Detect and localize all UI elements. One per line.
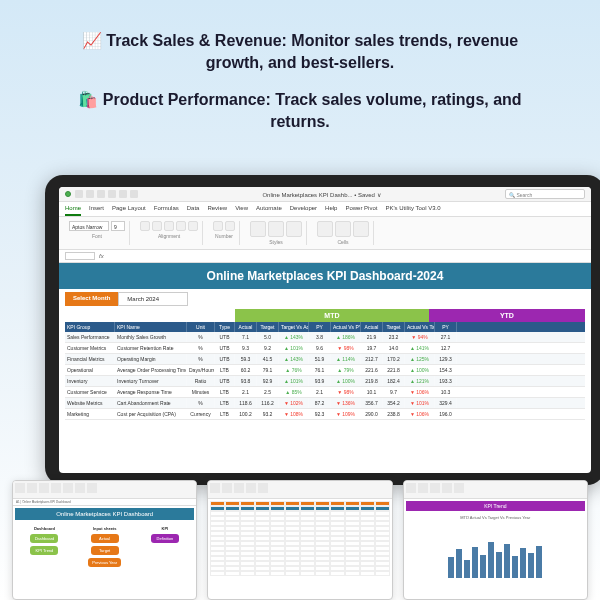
select-month-label: Select Month [65, 292, 118, 306]
th: Actual Vs Target [405, 322, 435, 332]
file-name[interactable]: Online Marketplaces KPI Dashb... • Saved… [142, 191, 501, 198]
table-header-row: KPI Group KPI Name Unit Type Actual Targ… [65, 322, 585, 332]
thumb-ribbon [13, 481, 196, 499]
table-row[interactable]: Customer MetricsCustomer Retention Rate%… [65, 343, 585, 354]
redo-icon[interactable] [97, 190, 105, 198]
merge-btn[interactable] [188, 221, 198, 231]
formula-bar: fx [59, 250, 591, 263]
save-icon[interactable] [75, 190, 83, 198]
qat-icon[interactable] [130, 190, 138, 198]
ribbon-group-number: Number [209, 221, 240, 245]
th: KPI Group [65, 322, 115, 332]
hero-line-2: 🛍️ Product Performance: Track sales volu… [60, 89, 540, 134]
table-row[interactable]: InventoryInventory TurnoverRatioUTB93.89… [65, 376, 585, 387]
excel-screen: Online Marketplaces KPI Dashb... • Saved… [59, 187, 591, 473]
tab-home[interactable]: Home [65, 202, 81, 216]
tab-formulas[interactable]: Formulas [154, 202, 179, 216]
wrap-btn[interactable] [176, 221, 186, 231]
table-row[interactable]: Financial MetricsOperating Margin%UTB59.… [65, 354, 585, 365]
tab-data[interactable]: Data [187, 202, 200, 216]
tab-pk-utility[interactable]: PK's Utility Tool V3.0 [385, 202, 440, 216]
th: Target [383, 322, 405, 332]
tab-insert[interactable]: Insert [89, 202, 104, 216]
thumb1-box[interactable]: Target [91, 546, 119, 555]
thumbnail-2 [207, 480, 392, 600]
autosave-indicator[interactable] [65, 191, 71, 197]
thumbnail-row: A1 | Online Marketplaces KPI Dashboard O… [0, 480, 600, 600]
th: Actual Vs PY [331, 322, 361, 332]
table-row[interactable]: OperationalAverage Order Processing Time… [65, 365, 585, 376]
th: PY [309, 322, 331, 332]
group-label: Cells [337, 239, 348, 245]
format-btn[interactable] [353, 221, 369, 237]
title-bar: Online Marketplaces KPI Dashb... • Saved… [59, 187, 591, 202]
ribbon: Aptos Narrow 9 Font Alignment Number Sty… [59, 217, 591, 250]
thumb1-box[interactable]: Previous Year [88, 558, 121, 567]
group-label: Alignment [158, 233, 180, 239]
name-box[interactable] [65, 252, 95, 260]
insert-btn[interactable] [317, 221, 333, 237]
align-btn[interactable] [164, 221, 174, 231]
tablet-frame: Online Marketplaces KPI Dashb... • Saved… [45, 175, 600, 485]
delete-btn[interactable] [335, 221, 351, 237]
format-table-btn[interactable] [268, 221, 284, 237]
th: KPI Name [115, 322, 187, 332]
cell-styles-btn[interactable] [286, 221, 302, 237]
section-headers: MTD YTD [65, 309, 585, 322]
tab-review[interactable]: Review [207, 202, 227, 216]
tab-developer[interactable]: Developer [290, 202, 317, 216]
ribbon-tabs: Home Insert Page Layout Formulas Data Re… [59, 202, 591, 217]
thumb-ribbon [404, 481, 587, 499]
hero-line-1: 📈 Track Sales & Revenue: Monitor sales t… [60, 30, 540, 75]
font-size-select[interactable]: 9 [111, 221, 125, 231]
ribbon-group-font: Aptos Narrow 9 Font [65, 221, 130, 245]
kpi-table: KPI Group KPI Name Unit Type Actual Targ… [65, 322, 585, 420]
tab-page-layout[interactable]: Page Layout [112, 202, 146, 216]
group-label: Font [92, 233, 102, 239]
num-btn[interactable] [213, 221, 223, 231]
th: PY [435, 322, 457, 332]
align-btn[interactable] [152, 221, 162, 231]
table-row[interactable]: Website MetricsCart Abandonment Rate%LTB… [65, 398, 585, 409]
th: Target Vs Actual [279, 322, 309, 332]
table-row[interactable]: MarketingCost per Acquisition (CPA)Curre… [65, 409, 585, 420]
tab-automate[interactable]: Automate [256, 202, 282, 216]
thumb1-box[interactable]: Dashboard [30, 534, 58, 543]
thumb1-box[interactable]: Actual [91, 534, 119, 543]
qat-icons [75, 190, 138, 198]
fx-label: fx [95, 252, 108, 260]
cond-format-btn[interactable] [250, 221, 266, 237]
num-btn[interactable] [225, 221, 235, 231]
thumb1-title: Online Marketplaces KPI Dashboard [15, 508, 194, 520]
group-label: Styles [269, 239, 283, 245]
table-row[interactable]: Customer ServiceAverage Response TimeMin… [65, 387, 585, 398]
font-name-select[interactable]: Aptos Narrow [69, 221, 109, 231]
th: Unit [187, 322, 215, 332]
thumb1-box[interactable]: KPI Trend [30, 546, 58, 555]
thumb-ribbon [208, 481, 391, 499]
align-btn[interactable] [140, 221, 150, 231]
qat-icon[interactable] [108, 190, 116, 198]
thumbnail-1: A1 | Online Marketplaces KPI Dashboard O… [12, 480, 197, 600]
ytd-header: YTD [429, 309, 585, 322]
tab-help[interactable]: Help [325, 202, 337, 216]
thumb3-title: KPI Trend [406, 501, 585, 511]
undo-icon[interactable] [86, 190, 94, 198]
tab-view[interactable]: View [235, 202, 248, 216]
tab-power-pivot[interactable]: Power Pivot [345, 202, 377, 216]
ribbon-group-alignment: Alignment [136, 221, 203, 245]
qat-icon[interactable] [119, 190, 127, 198]
search-box[interactable]: 🔍 Search [505, 189, 585, 199]
month-dropdown[interactable]: March 2024 [118, 292, 188, 306]
thumb1-col-label: Input sheets [93, 526, 117, 531]
mtd-header: MTD [235, 309, 429, 322]
thumb3-subtitle: MTD Actual Vs Target Vs Previous Year [404, 513, 587, 522]
month-selector: Select Month March 2024 [65, 292, 585, 306]
thumb-fx-bar: A1 | Online Marketplaces KPI Dashboard [13, 499, 196, 506]
ribbon-group-styles: Styles [246, 221, 307, 245]
thumb1-box[interactable]: Definition [151, 534, 179, 543]
th: Actual [361, 322, 383, 332]
ribbon-group-cells: Cells [313, 221, 374, 245]
table-row[interactable]: Sales PerformanceMonthly Sales Growth%UT… [65, 332, 585, 343]
dashboard-title: Online Marketplaces KPI Dashboard-2024 [59, 263, 591, 289]
